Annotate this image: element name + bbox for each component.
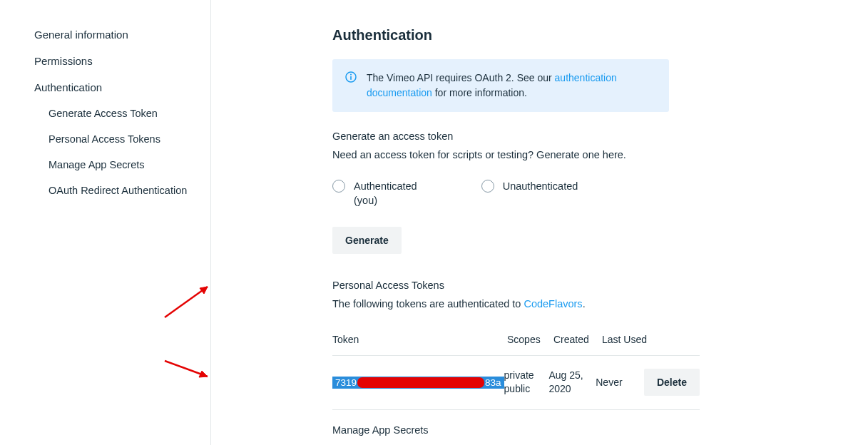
auth-type-radio-group: Authenticated (you) Unauthenticated <box>332 179 839 208</box>
created-line2: 2020 <box>548 383 571 394</box>
main-content: Authentication The Vimeo API requires OA… <box>211 0 868 445</box>
page-title: Authentication <box>332 27 839 44</box>
token-value[interactable]: 731983a <box>332 377 504 389</box>
last-used-cell: Never <box>596 377 644 388</box>
info-banner: The Vimeo API requires OAuth 2. See our … <box>332 59 669 112</box>
pat-desc-prefix: The following tokens are authenticated t… <box>332 298 524 310</box>
info-text: The Vimeo API requires OAuth 2. See our … <box>367 71 656 101</box>
radio-icon <box>332 180 345 193</box>
personal-access-tokens-description: The following tokens are authenticated t… <box>332 298 839 310</box>
generate-access-token-description: Need an access token for scripts or test… <box>332 149 839 160</box>
sidebar: General information Permissions Authenti… <box>0 0 211 445</box>
token-suffix: 83a <box>485 377 501 388</box>
scope-line1: private <box>504 369 534 381</box>
sidebar-item-oauth-redirect-authentication[interactable]: OAuth Redirect Authentication <box>34 178 210 203</box>
sidebar-item-authentication[interactable]: Authentication <box>34 74 210 101</box>
scopes-cell: private public <box>504 369 549 397</box>
svg-rect-2 <box>350 76 352 80</box>
table-row: 731983a private public Aug 25, 2020 Neve… <box>332 356 700 410</box>
action-cell: Delete <box>644 369 700 396</box>
generate-access-token-heading: Generate an access token <box>332 131 839 142</box>
table-header-token: Token <box>332 334 507 345</box>
info-text-prefix: The Vimeo API requires OAuth 2. See our <box>367 72 555 83</box>
radio-authenticated-line1: Authenticated <box>354 180 417 192</box>
table-header-last-used: Last Used <box>602 334 652 345</box>
table-header-scopes: Scopes <box>507 334 553 345</box>
radio-icon <box>481 180 494 193</box>
generate-button[interactable]: Generate <box>332 227 402 254</box>
delete-button[interactable]: Delete <box>644 369 700 396</box>
info-text-suffix: for more information. <box>432 87 527 98</box>
radio-authenticated[interactable]: Authenticated (you) <box>332 179 417 208</box>
created-line1: Aug 25, <box>548 369 583 381</box>
created-cell: Aug 25, 2020 <box>548 369 596 397</box>
radio-unauthenticated[interactable]: Unauthenticated <box>481 179 578 208</box>
personal-access-tokens-heading: Personal Access Tokens <box>332 280 839 291</box>
manage-app-secrets-heading: Manage App Secrets <box>332 424 839 436</box>
sidebar-item-personal-access-tokens[interactable]: Personal Access Tokens <box>34 126 210 152</box>
scope-line2: public <box>504 383 531 394</box>
radio-unauthenticated-label: Unauthenticated <box>503 179 578 193</box>
table-header-created: Created <box>553 334 602 345</box>
radio-authenticated-label: Authenticated (you) <box>354 179 417 208</box>
radio-authenticated-line2: (you) <box>354 195 377 206</box>
sidebar-item-generate-access-token[interactable]: Generate Access Token <box>34 101 210 126</box>
info-icon <box>345 71 357 83</box>
table-header-row: Token Scopes Created Last Used <box>332 324 700 356</box>
token-prefix: 7319 <box>335 377 357 388</box>
token-cell: 731983a <box>332 377 504 389</box>
sidebar-item-permissions[interactable]: Permissions <box>34 48 210 74</box>
codeflavors-link[interactable]: CodeFlavors <box>524 298 582 310</box>
pat-desc-suffix: . <box>583 298 586 310</box>
sidebar-item-general-information[interactable]: General information <box>34 21 210 48</box>
tokens-table: Token Scopes Created Last Used 731983a p… <box>332 324 700 410</box>
sidebar-item-manage-app-secrets[interactable]: Manage App Secrets <box>34 152 210 178</box>
redaction-bar <box>357 377 484 388</box>
svg-point-1 <box>350 74 352 76</box>
